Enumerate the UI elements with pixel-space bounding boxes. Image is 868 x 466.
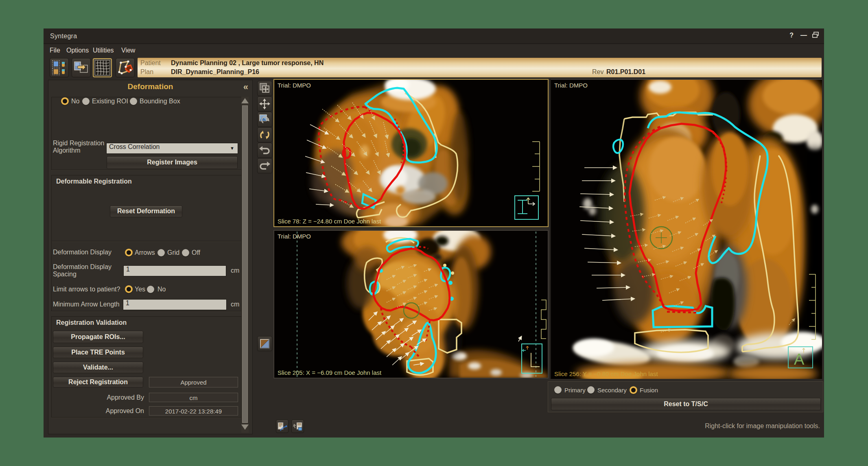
svg-text:A: A [794,351,805,368]
